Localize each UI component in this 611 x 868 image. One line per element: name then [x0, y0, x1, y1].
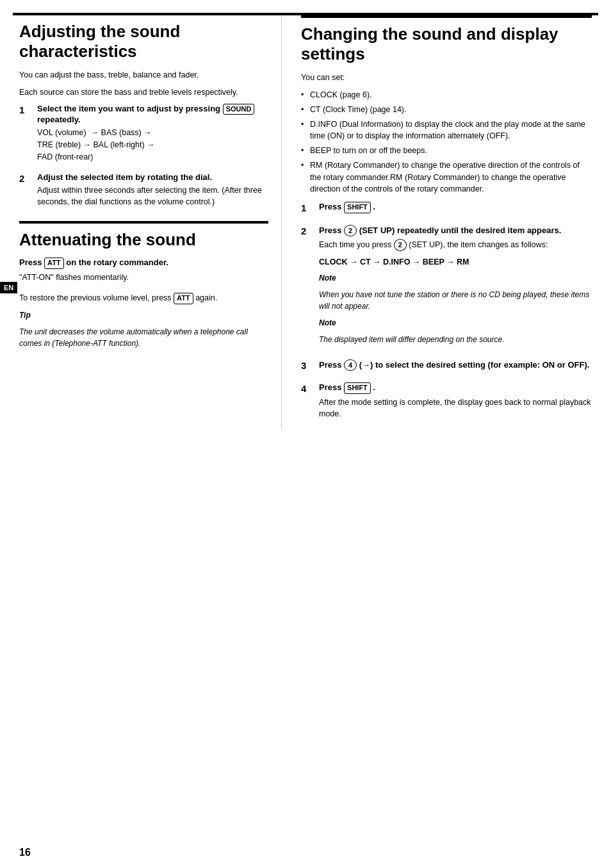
right-step1-title: Press SHIFT .: [319, 202, 592, 213]
step2-content: Adjust the selected item by rotating the…: [37, 172, 268, 209]
att-restore-kbd: ATT: [174, 293, 193, 304]
note1-label-text: Note: [319, 274, 336, 283]
right-step4-number: 4: [301, 382, 313, 420]
right-step2-body: Each time you press 2 (SET UP), the item…: [319, 239, 592, 345]
step1-title-post: repeatedly.: [37, 115, 81, 124]
step2-body-pre: Each time you press: [319, 240, 391, 249]
restore-pre: To restore the previous volume level, pr…: [19, 293, 172, 302]
right-step2: 2 Press 2 (SET UP) repeatedly until the …: [301, 225, 592, 350]
two-column-layout: Adjusting the sound characteristics You …: [0, 15, 611, 429]
step1-content: Select the item you want to adjust by pr…: [37, 104, 268, 163]
right-step2-content: Press 2 (SET UP) repeatedly until the de…: [319, 225, 592, 350]
note2-label: Note: [319, 317, 592, 329]
tip-label: Tip: [19, 309, 268, 321]
section1-intro1: You can adjust the bass, treble, balance…: [19, 69, 268, 81]
note1-text: When you have not tune the station or th…: [319, 289, 592, 312]
bullet-rm: RM (Rotary Commander) to change the oper…: [301, 160, 592, 195]
shift-kbd-1: SHIFT: [344, 202, 371, 213]
att-step: Press ATT on the rotary commander. "ATT-…: [19, 258, 268, 283]
note2-text: The displayed item will differ depending…: [319, 334, 592, 345]
shift-kbd-4: SHIFT: [344, 382, 371, 393]
step2-body-mid: (SET UP), the item changes as follows:: [409, 240, 548, 249]
att-step-body: "ATT-ON" flashes momentarily.: [19, 272, 268, 284]
bullet-clock: CLOCK (page 6).: [301, 89, 592, 101]
section1-intro2: Each source can store the bass and trebl…: [19, 86, 268, 99]
restore-text: To restore the previous volume level, pr…: [19, 292, 268, 304]
right-step1-pre: Press: [319, 202, 341, 211]
right-step3-content: Press 4 (→) to select the desired settin…: [319, 359, 592, 374]
kbd-circle-2-body: 2: [394, 239, 407, 251]
right-step4-title: Press SHIFT .: [319, 382, 592, 393]
step1-number: 1: [19, 104, 31, 163]
right-step1-number: 1: [301, 202, 313, 215]
right-step4-content: Press SHIFT . After the mode setting is …: [319, 382, 592, 420]
step1: 1 Select the item you want to adjust by …: [19, 104, 268, 163]
att-title-post: on the rotary commander.: [66, 258, 168, 267]
note1-label: Note: [319, 272, 592, 284]
kbd-circle-2-title: 2: [344, 225, 357, 237]
right-step2-mid: (SET UP) repeatedly until the desired it…: [359, 225, 562, 234]
bullet-dinfo: D.INFO (Dual Information) to display the…: [301, 119, 592, 143]
right-step4-pre: Press: [319, 382, 341, 392]
att-kbd: ATT: [44, 258, 64, 268]
right-step2-title: Press 2 (SET UP) repeatedly until the de…: [319, 225, 592, 237]
section2-title: Attenuating the sound: [19, 230, 268, 250]
sound-kbd: SOUND: [223, 104, 255, 115]
right-intro: You can set:: [301, 72, 592, 84]
bullet-ct: CT (Clock Time) (page 14).: [301, 104, 592, 116]
right-step4-body: After the mode setting is complete, the …: [319, 397, 592, 421]
step2-title: Adjust the selected item by rotating the…: [37, 172, 268, 182]
att-step-content: Press ATT on the rotary commander. "ATT-…: [19, 258, 268, 283]
page-number: 16: [19, 847, 31, 858]
att-step-title: Press ATT on the rotary commander.: [19, 258, 268, 268]
right-step3-number: 3: [301, 359, 313, 374]
kbd-circle-4: 4: [344, 359, 357, 372]
step2: 2 Adjust the selected item by rotating t…: [19, 172, 268, 209]
right-step4: 4 Press SHIFT . After the mode setting i…: [301, 382, 592, 420]
right-step2-number: 2: [301, 225, 313, 350]
bullet-beep: BEEP to turn on or off the beeps.: [301, 145, 592, 157]
clock-sequence: CLOCK → CT → D.INFO → BEEP → RM: [319, 256, 592, 268]
page: Adjusting the sound characteristics You …: [0, 0, 611, 868]
right-step4-post: .: [373, 382, 375, 392]
right-step3: 3 Press 4 (→) to select the desired sett…: [301, 359, 592, 374]
right-step2-pre: Press: [319, 225, 341, 234]
right-step1: 1 Press SHIFT .: [301, 202, 592, 215]
step2-number: 2: [19, 172, 31, 209]
section2-divider: [19, 221, 268, 224]
right-step3-title: Press 4 (→) to select the desired settin…: [319, 359, 592, 372]
right-step1-content: Press SHIFT .: [319, 202, 592, 215]
en-badge: EN: [0, 282, 17, 293]
left-column: Adjusting the sound characteristics You …: [0, 15, 282, 429]
step1-title: Select the item you want to adjust by pr…: [37, 104, 268, 124]
step2-body-text: Each time you press 2 (SET UP), the item…: [319, 239, 592, 251]
note1-text-em: When you have not tune the station or th…: [319, 290, 589, 311]
right-step3-pre: Press: [319, 359, 341, 369]
restore-post: again.: [195, 293, 217, 302]
section1-title: Adjusting the sound characteristics: [19, 22, 268, 61]
step1-title-pre: Select the item you want to adjust by pr…: [37, 104, 220, 113]
att-title-pre: Press: [19, 258, 42, 267]
step1-body: VOL (volume) → BAS (bass) → TRE (treble)…: [37, 127, 268, 163]
tip-text: The unit decreases the volume automatica…: [19, 326, 268, 349]
right-column: Changing the sound and display settings …: [282, 15, 611, 429]
right-step1-post: .: [373, 202, 375, 211]
bullet-list: CLOCK (page 6). CT (Clock Time) (page 14…: [301, 89, 592, 195]
note2-label-text: Note: [319, 318, 336, 327]
step2-body: Adjust within three seconds after select…: [37, 184, 268, 209]
right-step3-mid: (→) to select the desired setting (for e…: [359, 359, 590, 369]
section-right-title: Changing the sound and display settings: [301, 24, 592, 64]
